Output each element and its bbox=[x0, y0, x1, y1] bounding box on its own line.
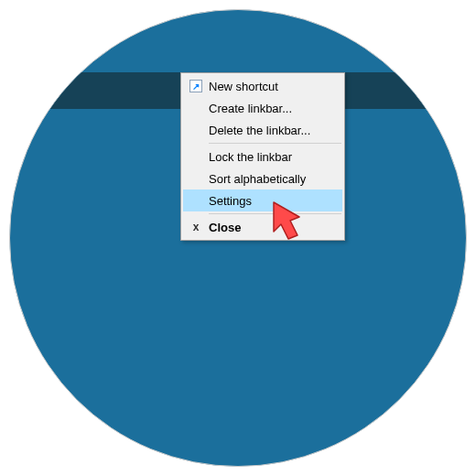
menu-item-label: Create linkbar... bbox=[209, 102, 292, 115]
menu-item-label: New shortcut bbox=[209, 80, 278, 93]
menu-item-label: Sort alphabetically bbox=[209, 172, 306, 186]
menu-item-close[interactable]: x Close bbox=[183, 216, 342, 238]
menu-item-label: Settings bbox=[209, 194, 252, 208]
menu-separator bbox=[209, 213, 341, 214]
menu-item-delete-linkbar[interactable]: Delete the linkbar... bbox=[183, 119, 342, 141]
menu-item-lock-linkbar[interactable]: Lock the linkbar bbox=[183, 146, 342, 168]
menu-item-new-shortcut[interactable]: ↗ New shortcut bbox=[183, 75, 342, 97]
menu-item-label: Lock the linkbar bbox=[209, 150, 292, 164]
menu-item-settings[interactable]: Settings bbox=[183, 189, 342, 211]
menu-item-label: Close bbox=[209, 221, 241, 234]
menu-item-create-linkbar[interactable]: Create linkbar... bbox=[183, 97, 342, 119]
menu-separator bbox=[209, 143, 341, 144]
context-menu: ↗ New shortcut Create linkbar... Delete … bbox=[180, 72, 345, 241]
menu-item-sort-alphabetically[interactable]: Sort alphabetically bbox=[183, 168, 342, 189]
menu-item-label: Delete the linkbar... bbox=[209, 124, 310, 137]
close-icon: x bbox=[187, 220, 205, 234]
shortcut-icon: ↗ bbox=[187, 79, 205, 93]
desktop-viewport: ↗ New shortcut Create linkbar... Delete … bbox=[9, 9, 467, 467]
